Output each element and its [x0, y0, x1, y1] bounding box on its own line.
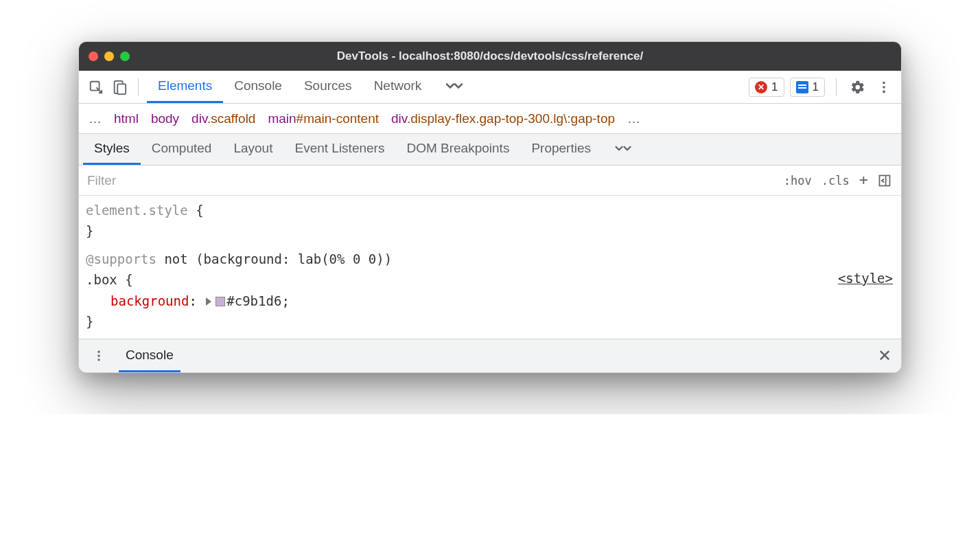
color-swatch[interactable] [215, 297, 225, 306]
svg-point-4 [883, 86, 885, 89]
close-window-button[interactable] [89, 52, 98, 61]
computed-styles-sidebar-icon[interactable] [878, 174, 891, 188]
new-style-rule-button[interactable]: + [859, 171, 868, 188]
tab-network[interactable]: Network [363, 71, 433, 103]
hov-toggle[interactable]: :hov [784, 174, 812, 188]
window-title: DevTools - localhost:8080/docs/devtools/… [79, 49, 901, 63]
subtab-dom-breakpoints[interactable]: DOM Breakpoints [395, 134, 520, 165]
subtab-computed[interactable]: Computed [141, 134, 223, 165]
error-icon: ✕ [755, 81, 767, 93]
settings-icon[interactable] [848, 77, 868, 98]
svg-point-8 [97, 351, 100, 353]
subtabs-overflow[interactable] [602, 134, 644, 165]
breadcrumb-div-scaffold[interactable]: div.scaffold [191, 111, 255, 126]
tab-console[interactable]: Console [223, 71, 293, 103]
titlebar: DevTools - localhost:8080/docs/devtools/… [79, 42, 901, 71]
at-rule-condition: not (background: lab(0% 0 0)) [156, 251, 392, 267]
subtab-styles[interactable]: Styles [83, 134, 141, 165]
supports-rule-block[interactable]: <style> @supports not (background: lab(0… [86, 249, 894, 332]
subtab-layout[interactable]: Layout [222, 134, 283, 165]
breadcrumb-main[interactable]: main#main-content [268, 111, 379, 126]
minimize-window-button[interactable] [104, 52, 114, 61]
toolbar-divider [836, 78, 837, 96]
at-rule-keyword: @supports [86, 251, 156, 267]
traffic-lights [89, 52, 130, 61]
zoom-window-button[interactable] [120, 52, 130, 61]
tab-sources[interactable]: Sources [293, 71, 363, 103]
breadcrumb-ellipsis-right[interactable]: … [627, 111, 640, 126]
toolbar-right: ✕ 1 1 [749, 77, 894, 98]
expand-shorthand-icon[interactable] [206, 297, 211, 306]
styles-filter-tools: :hov .cls + [774, 172, 901, 189]
rule-selector[interactable]: .box [86, 272, 117, 287]
drawer-tab-console[interactable]: Console [119, 339, 180, 372]
main-toolbar: Elements Console Sources Network ✕ 1 1 [79, 71, 901, 104]
dom-breadcrumbs: … html body div.scaffold main#main-conte… [79, 104, 901, 134]
inspect-element-icon[interactable] [86, 77, 106, 98]
styles-subtabs: Styles Computed Layout Event Listeners D… [79, 134, 901, 166]
breadcrumb-body[interactable]: body [151, 111, 179, 126]
device-toolbar-icon[interactable] [109, 77, 130, 98]
styles-pane: element.style { } <style> @supports not … [79, 196, 901, 339]
issue-count: 1 [813, 80, 819, 94]
breadcrumb-html[interactable]: html [114, 111, 139, 126]
devtools-window: DevTools - localhost:8080/docs/devtools/… [78, 41, 902, 373]
svg-point-3 [883, 81, 885, 84]
styles-filter-input[interactable] [79, 166, 774, 195]
breadcrumb-ellipsis-left[interactable]: … [89, 111, 102, 126]
element-style-rule[interactable]: element.style { } [86, 200, 894, 242]
more-icon[interactable] [874, 77, 894, 98]
styles-filter-row: :hov .cls + [79, 166, 901, 196]
svg-point-10 [97, 359, 100, 361]
panel-tabs: Elements Console Sources Network [147, 71, 476, 103]
rule-source-link[interactable]: <style> [838, 268, 893, 288]
subtab-properties[interactable]: Properties [520, 134, 602, 165]
svg-point-9 [97, 355, 100, 357]
css-declaration[interactable]: background: #c9b1d6; [86, 291, 894, 311]
issues-badge[interactable]: 1 [790, 78, 825, 97]
errors-badge[interactable]: ✕ 1 [749, 78, 784, 97]
css-prop-name[interactable]: background [110, 293, 189, 308]
tabs-overflow[interactable] [432, 71, 476, 103]
chat-icon [796, 81, 808, 93]
breadcrumb-div-flex[interactable]: div.display-flex.gap-top-300.lg\:gap-top [391, 111, 615, 126]
error-count: 1 [771, 80, 778, 94]
console-drawer: Console ✕ [79, 339, 901, 372]
svg-rect-2 [117, 84, 126, 94]
css-prop-value[interactable]: #c9b1d6 [226, 293, 281, 308]
svg-point-5 [883, 90, 885, 93]
tab-elements[interactable]: Elements [147, 71, 223, 103]
drawer-more-icon[interactable] [89, 346, 109, 366]
element-style-selector: element.style [86, 203, 188, 218]
drawer-close-icon[interactable]: ✕ [878, 346, 891, 365]
toolbar-divider [138, 78, 139, 96]
cls-toggle[interactable]: .cls [821, 174, 850, 188]
subtab-event-listeners[interactable]: Event Listeners [283, 134, 395, 165]
